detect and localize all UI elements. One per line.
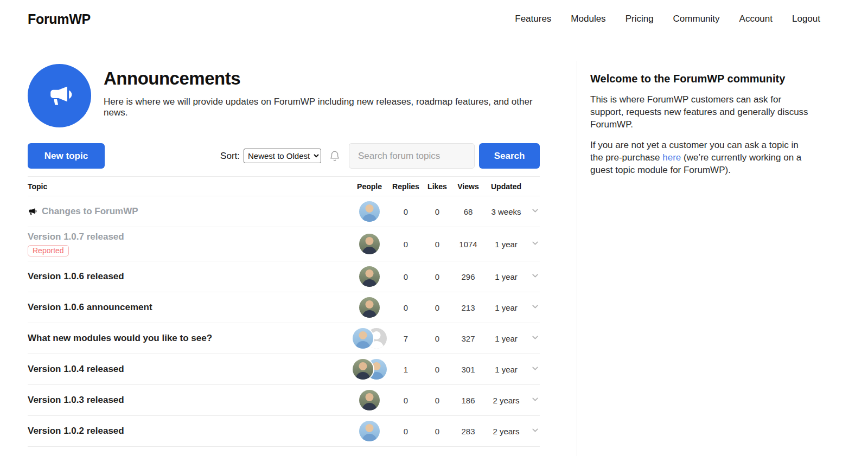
- topic-title[interactable]: What new modules would you like to see?: [28, 333, 212, 344]
- likes-count: 0: [422, 334, 453, 343]
- topic-title[interactable]: Version 1.0.7 released: [28, 232, 124, 242]
- views-count: 213: [453, 303, 483, 312]
- replies-count: 0: [390, 303, 422, 312]
- people-avatars: [349, 201, 390, 222]
- header-views: Views: [453, 182, 483, 191]
- views-count: 68: [453, 207, 483, 216]
- new-topic-button[interactable]: New topic: [28, 143, 105, 169]
- likes-count: 0: [422, 207, 453, 216]
- chevron-down-icon[interactable]: [531, 333, 540, 342]
- avatar[interactable]: [359, 390, 380, 410]
- likes-count: 0: [422, 272, 453, 281]
- sidebar: Welcome to the ForumWP community This is…: [577, 61, 868, 456]
- megaphone-icon: [28, 64, 91, 127]
- reported-badge: Reported: [28, 245, 69, 256]
- content: Announcements Here is where we will prov…: [0, 61, 868, 456]
- avatar[interactable]: [353, 328, 373, 349]
- topics-table: Topic People Replies Likes Views Updated…: [28, 176, 540, 447]
- topic-row: Version 1.0.2 released002832 years: [28, 416, 540, 447]
- people-avatars: [349, 359, 390, 380]
- nav-item-features[interactable]: Features: [515, 14, 551, 24]
- people-avatars: [349, 266, 390, 287]
- header-people: People: [349, 182, 390, 191]
- avatar[interactable]: [353, 359, 373, 380]
- views-count: 301: [453, 365, 483, 374]
- topic-rows: Changes to ForumWP00683 weeksVersion 1.0…: [28, 196, 540, 447]
- nav-item-modules[interactable]: Modules: [571, 14, 605, 24]
- nav-item-logout[interactable]: Logout: [792, 14, 820, 24]
- updated-label: 1 year: [483, 303, 529, 312]
- topic-title[interactable]: Changes to ForumWP: [42, 206, 138, 217]
- likes-count: 0: [422, 365, 453, 374]
- topic-row: Version 1.0.3 released001862 years: [28, 385, 540, 416]
- replies-count: 0: [390, 240, 422, 249]
- views-count: 327: [453, 334, 483, 343]
- header-likes: Likes: [422, 182, 453, 191]
- people-avatars: [349, 390, 390, 410]
- top-header: ForumWP Features Modules Pricing Communi…: [0, 0, 868, 38]
- header-topic: Topic: [28, 182, 349, 191]
- avatar[interactable]: [359, 297, 380, 318]
- sort-group: Sort: Newest to Oldest: [220, 149, 321, 163]
- nav-item-account[interactable]: Account: [739, 14, 773, 24]
- views-count: 186: [453, 396, 483, 405]
- forum-main: Announcements Here is where we will prov…: [0, 61, 577, 456]
- sort-select[interactable]: Newest to Oldest: [244, 149, 321, 163]
- search-button[interactable]: Search: [479, 143, 540, 169]
- replies-count: 0: [390, 396, 422, 405]
- chevron-down-icon[interactable]: [531, 239, 540, 248]
- avatar[interactable]: [359, 266, 380, 287]
- pinned-megaphone-icon: [28, 207, 37, 216]
- sort-label: Sort:: [220, 151, 240, 162]
- topic-title[interactable]: Version 1.0.6 announcement: [28, 302, 152, 313]
- pre-purchase-link[interactable]: here: [662, 152, 681, 163]
- toolbar: New topic Sort: Newest to Oldest Search: [28, 143, 540, 169]
- main-nav: Features Modules Pricing Community Accou…: [515, 14, 820, 24]
- nav-item-pricing[interactable]: Pricing: [626, 14, 654, 24]
- topic-title[interactable]: Version 1.0.4 released: [28, 364, 124, 375]
- replies-count: 1: [390, 365, 422, 374]
- bell-icon[interactable]: [329, 150, 341, 162]
- topic-title[interactable]: Version 1.0.3 released: [28, 395, 124, 406]
- topic-title[interactable]: Version 1.0.6 released: [28, 271, 124, 282]
- likes-count: 0: [422, 303, 453, 312]
- header-replies: Replies: [390, 182, 422, 191]
- header-updated: Updated: [483, 182, 529, 191]
- chevron-down-icon[interactable]: [531, 206, 540, 215]
- brand-logo[interactable]: ForumWP: [28, 11, 91, 27]
- sidebar-paragraph-2: If you are not yet a customer you can as…: [590, 139, 810, 176]
- topic-row: Version 1.0.7 releasedReported0010741 ye…: [28, 227, 540, 261]
- topic-row: What new modules would you like to see?7…: [28, 323, 540, 354]
- chevron-down-icon[interactable]: [531, 426, 540, 435]
- sidebar-title: Welcome to the ForumWP community: [590, 73, 837, 85]
- chevron-down-icon[interactable]: [531, 364, 540, 373]
- topic-row: Version 1.0.4 released103011 year: [28, 354, 540, 385]
- updated-label: 2 years: [483, 427, 529, 436]
- chevron-down-icon[interactable]: [531, 395, 540, 404]
- updated-label: 2 years: [483, 396, 529, 405]
- sidebar-paragraph-1: This is where ForumWP customers can ask …: [590, 93, 810, 131]
- updated-label: 3 weeks: [483, 207, 529, 216]
- topic-row: Version 1.0.6 released002961 year: [28, 261, 540, 292]
- replies-count: 0: [390, 272, 422, 281]
- likes-count: 0: [422, 427, 453, 436]
- chevron-down-icon[interactable]: [531, 271, 540, 280]
- people-avatars: [349, 297, 390, 318]
- avatar[interactable]: [359, 201, 380, 222]
- topic-title[interactable]: Version 1.0.2 released: [28, 426, 124, 436]
- updated-label: 1 year: [483, 240, 529, 249]
- page-title: Announcements: [104, 68, 540, 89]
- topic-row: Changes to ForumWP00683 weeks: [28, 196, 540, 227]
- updated-label: 1 year: [483, 365, 529, 374]
- replies-count: 0: [390, 207, 422, 216]
- avatar[interactable]: [359, 421, 380, 441]
- people-avatars: [349, 328, 390, 349]
- nav-item-community[interactable]: Community: [673, 14, 720, 24]
- updated-label: 1 year: [483, 334, 529, 343]
- people-avatars: [349, 421, 390, 441]
- search-input[interactable]: [349, 143, 475, 169]
- avatar[interactable]: [359, 234, 380, 254]
- chevron-down-icon[interactable]: [531, 302, 540, 311]
- views-count: 1074: [453, 240, 483, 249]
- replies-count: 7: [390, 334, 422, 343]
